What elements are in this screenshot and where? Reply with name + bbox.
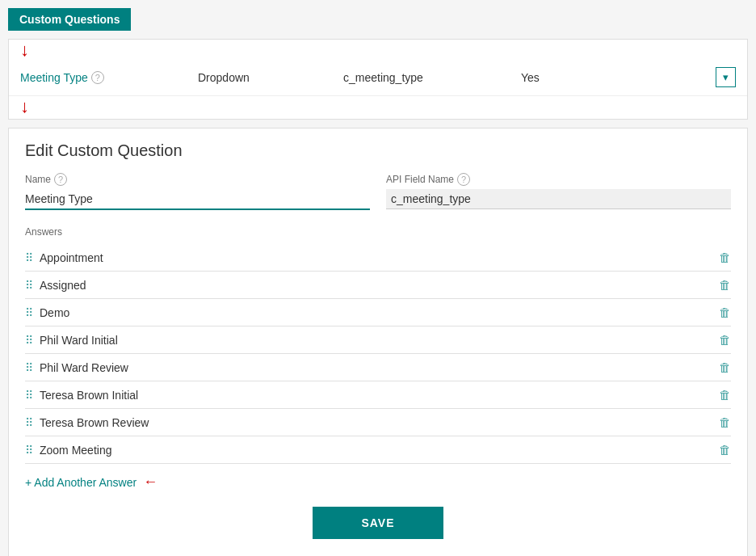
- row-required-col: Yes: [521, 71, 716, 84]
- answer-row: ⠿ Demo 🗑: [25, 299, 731, 326]
- row-type: Dropdown: [198, 71, 250, 84]
- form-group-api: API Field Name ?: [386, 173, 731, 210]
- answer-text: Teresa Brown Review: [40, 416, 712, 429]
- row-dropdown-btn[interactable]: ▾: [716, 67, 736, 87]
- form-group-name: Name ?: [25, 173, 370, 210]
- row-name-col: Meeting Type ?: [20, 71, 198, 84]
- drag-handle-icon[interactable]: ⠿: [25, 361, 33, 374]
- delete-icon[interactable]: 🗑: [719, 415, 731, 429]
- answer-row: ⠿ Teresa Brown Review 🗑: [25, 409, 731, 436]
- answer-text: Assigned: [40, 279, 712, 292]
- custom-questions-list: ↓ Meeting Type ? Dropdown c_meeting_type…: [8, 39, 748, 120]
- name-input[interactable]: [25, 189, 370, 210]
- api-field-help-icon[interactable]: ?: [457, 173, 470, 186]
- api-input: [386, 189, 731, 209]
- answer-text: Appointment: [40, 251, 712, 264]
- add-answer-link[interactable]: + Add Another Answer: [25, 476, 136, 489]
- arrow-container: ↓: [9, 40, 747, 59]
- drag-handle-icon[interactable]: ⠿: [25, 444, 33, 457]
- answer-text: Zoom Meeting: [40, 444, 712, 457]
- row-api: c_meeting_type: [343, 71, 423, 84]
- add-answer-row: + Add Another Answer ←: [25, 474, 731, 491]
- drag-handle-icon[interactable]: ⠿: [25, 334, 33, 347]
- name-help-icon[interactable]: ?: [91, 71, 104, 84]
- delete-icon[interactable]: 🗑: [719, 443, 731, 457]
- edit-section: Edit Custom Question Name ? API Field Na…: [8, 128, 748, 556]
- add-answer-arrow-icon: ←: [143, 474, 158, 491]
- api-label: API Field Name ?: [386, 173, 731, 186]
- custom-questions-header: Custom Questions: [0, 0, 756, 31]
- row-action-col[interactable]: ▾: [716, 67, 736, 87]
- delete-icon[interactable]: 🗑: [719, 278, 731, 292]
- delete-icon[interactable]: 🗑: [719, 251, 731, 264]
- drag-handle-icon[interactable]: ⠿: [25, 251, 33, 264]
- down-arrow-icon: ↓: [20, 41, 29, 59]
- delete-icon[interactable]: 🗑: [719, 333, 731, 347]
- header-title: Custom Questions: [8, 8, 131, 31]
- row-type-col: Dropdown: [198, 71, 343, 84]
- answer-text: Teresa Brown Initial: [40, 389, 712, 402]
- answer-row: ⠿ Phil Ward Initial 🗑: [25, 326, 731, 354]
- row-name: Meeting Type: [20, 71, 88, 84]
- answer-row: ⠿ Teresa Brown Initial 🗑: [25, 381, 731, 409]
- answers-label: Answers: [25, 226, 731, 238]
- answer-row: ⠿ Phil Ward Review 🗑: [25, 354, 731, 381]
- answers-container: ⠿ Appointment 🗑 ⠿ Assigned 🗑 ⠿ Demo 🗑 ⠿ …: [25, 244, 731, 464]
- row-required: Yes: [521, 71, 540, 84]
- answer-row: ⠿ Appointment 🗑: [25, 244, 731, 272]
- save-row: SAVE: [25, 507, 731, 539]
- save-button[interactable]: SAVE: [313, 507, 443, 539]
- delete-icon[interactable]: 🗑: [719, 360, 731, 374]
- answer-text: Phil Ward Review: [40, 361, 712, 374]
- drag-handle-icon[interactable]: ⠿: [25, 389, 33, 402]
- drag-handle-icon[interactable]: ⠿: [25, 416, 33, 429]
- list-row[interactable]: Meeting Type ? Dropdown c_meeting_type Y…: [9, 59, 747, 96]
- second-arrow-container: ↓: [9, 96, 747, 119]
- second-down-arrow-icon: ↓: [20, 98, 29, 116]
- name-field-help-icon[interactable]: ?: [54, 173, 67, 186]
- answers-section: Answers ⠿ Appointment 🗑 ⠿ Assigned 🗑 ⠿ D…: [25, 226, 731, 491]
- answer-text: Demo: [40, 306, 712, 319]
- answer-text: Phil Ward Initial: [40, 334, 712, 347]
- row-api-col: c_meeting_type: [343, 71, 521, 84]
- delete-icon[interactable]: 🗑: [719, 305, 731, 319]
- drag-handle-icon[interactable]: ⠿: [25, 306, 33, 319]
- answer-row: ⠿ Zoom Meeting 🗑: [25, 436, 731, 464]
- delete-icon[interactable]: 🗑: [719, 388, 731, 402]
- edit-title: Edit Custom Question: [25, 141, 731, 160]
- drag-handle-icon[interactable]: ⠿: [25, 279, 33, 292]
- name-label: Name ?: [25, 173, 370, 186]
- form-row-main: Name ? API Field Name ?: [25, 173, 731, 210]
- answer-row: ⠿ Assigned 🗑: [25, 272, 731, 299]
